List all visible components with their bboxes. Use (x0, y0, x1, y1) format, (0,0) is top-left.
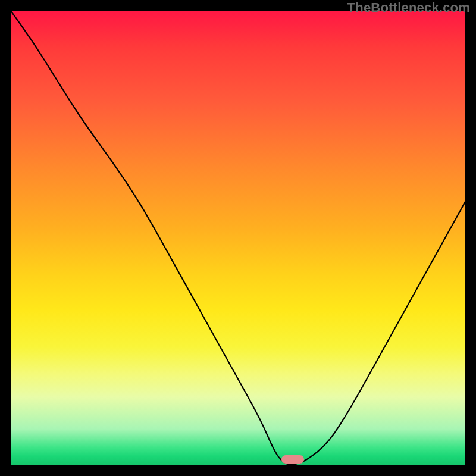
optimum-marker (281, 455, 304, 464)
bottleneck-curve (11, 11, 465, 465)
chart-plot-area (11, 11, 465, 465)
watermark-text: TheBottleneck.com (347, 0, 470, 15)
